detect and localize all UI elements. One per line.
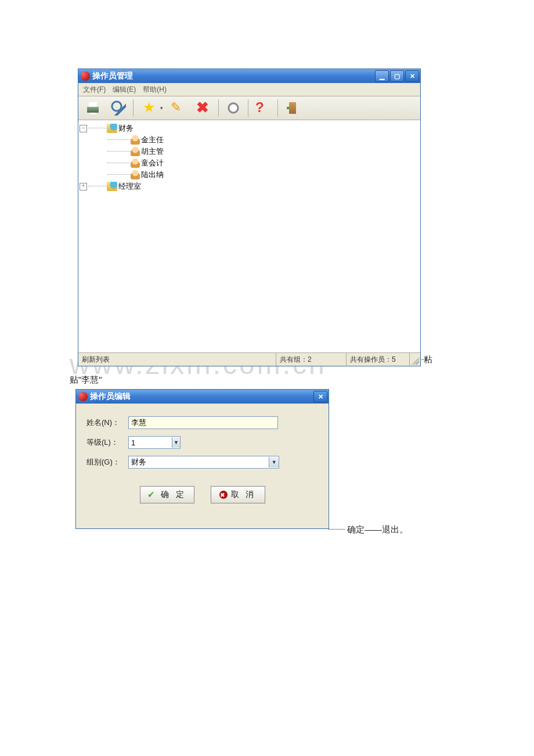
menubar: 文件(F) 编辑(E) 帮助(H): [78, 83, 420, 96]
tree-connector: [107, 151, 131, 152]
group-label: 组别(G)：: [86, 457, 128, 467]
toolbar-view-button[interactable]: [221, 97, 246, 119]
folder-icon: [107, 182, 117, 191]
ok-button[interactable]: ✔ 确 定: [140, 486, 194, 503]
toolbar-delete-button[interactable]: ✖: [192, 97, 216, 119]
annotation-ok-exit: 确定——退出。: [347, 524, 408, 535]
level-combobox[interactable]: ▼: [128, 436, 181, 449]
toolbar-help-button[interactable]: ?: [251, 97, 275, 119]
collapse-icon[interactable]: −: [80, 125, 87, 132]
level-input[interactable]: [129, 437, 172, 448]
toolbar-separator: [248, 99, 248, 117]
form-body: 姓名(N)： 等级(L)： ▼ 组别(G)： ▼ ✔: [76, 404, 329, 528]
toolbar: ★▾ ✎ ✖ ?: [78, 96, 420, 120]
win2-title: 操作员编辑: [90, 391, 313, 402]
toolbar-print-button[interactable]: [81, 97, 105, 119]
tree-label: 金主任: [141, 135, 164, 145]
tree-connector: [107, 139, 131, 141]
maximize-button[interactable]: ▢: [390, 70, 404, 82]
toolbar-separator: [218, 99, 219, 117]
help-icon: ?: [255, 100, 270, 116]
toolbar-exit-button[interactable]: [280, 97, 305, 119]
tree-label: 经理室: [118, 181, 141, 192]
close-button[interactable]: ✕: [313, 391, 327, 402]
chevron-down-icon[interactable]: ▼: [269, 457, 279, 467]
tree-connector: [107, 163, 131, 164]
tree-node-user[interactable]: 胡主管: [80, 146, 419, 157]
print-icon: [85, 100, 100, 116]
tree-node-user[interactable]: 陆出纳: [80, 169, 419, 181]
status-groups: 共有组：2: [276, 353, 347, 366]
close-button[interactable]: ✕: [405, 70, 419, 82]
toolbar-edit-button[interactable]: ✎: [166, 97, 190, 119]
pencil-icon: ✎: [171, 100, 186, 116]
app-icon: [81, 71, 90, 81]
delete-icon: ✖: [196, 100, 211, 116]
menu-help[interactable]: 帮助(H): [139, 84, 170, 96]
dropdown-arrow-icon[interactable]: ▾: [160, 105, 163, 111]
app-icon: [78, 392, 88, 401]
toolbar-separator: [277, 99, 278, 117]
person-icon: [131, 147, 140, 156]
level-label: 等级(L)：: [86, 437, 128, 448]
status-operators: 共有操作员：5: [347, 353, 410, 366]
group-combobox[interactable]: ▼: [128, 456, 279, 469]
tree-label: 陆出纳: [141, 170, 164, 180]
toolbar-new-button[interactable]: ★▾: [136, 97, 165, 119]
watch-icon: [226, 100, 241, 116]
name-input[interactable]: [128, 416, 278, 429]
group-input[interactable]: [129, 457, 269, 467]
minimize-button[interactable]: ▁: [375, 70, 389, 82]
tree-label: 胡主管: [141, 146, 164, 157]
search-icon: [111, 100, 126, 116]
stop-icon: ✖: [219, 491, 228, 499]
cancel-button-label: 取 消: [231, 489, 257, 500]
person-icon: [131, 135, 140, 145]
tree-node-manager-office[interactable]: + 经理室: [80, 181, 419, 192]
annotation-paste-b: 贴"李慧": [70, 375, 102, 386]
operator-edit-dialog: 操作员编辑 ✕ 姓名(N)： 等级(L)： ▼ 组别(G)：: [75, 389, 329, 529]
win1-title: 操作员管理: [92, 71, 375, 81]
tree-connector: [88, 186, 107, 187]
operator-management-window: 操作员管理 ▁ ▢ ✕ 文件(F) 编辑(E) 帮助(H) ★▾ ✎ ✖ ?: [78, 69, 421, 366]
chevron-down-icon[interactable]: ▼: [172, 437, 180, 448]
tree-view[interactable]: − 财务 金主任: [78, 120, 420, 352]
cancel-button[interactable]: ✖ 取 消: [211, 486, 265, 503]
statusbar: 刷新列表 共有组：2 共有操作员：5: [78, 352, 420, 366]
win1-titlebar[interactable]: 操作员管理 ▁ ▢ ✕: [78, 69, 420, 83]
expand-icon[interactable]: +: [80, 183, 87, 190]
tree-label: 财务: [118, 123, 134, 134]
exit-icon: [285, 100, 300, 116]
toolbar-separator: [133, 99, 134, 117]
menu-edit[interactable]: 编辑(E): [109, 84, 139, 96]
check-icon: ✔: [147, 489, 157, 500]
person-icon: [131, 159, 140, 168]
status-refresh[interactable]: 刷新列表: [78, 353, 276, 366]
tree-label: 童会计: [141, 158, 164, 168]
tree-node-user[interactable]: 金主任: [80, 134, 419, 146]
person-icon: [131, 170, 140, 179]
tree-node-finance[interactable]: − 财务: [80, 123, 419, 134]
toolbar-search-button[interactable]: [106, 97, 131, 119]
name-label: 姓名(N)：: [86, 417, 128, 428]
win2-titlebar[interactable]: 操作员编辑 ✕: [76, 390, 329, 404]
annotation-paste-a: 粘: [424, 354, 432, 365]
resize-grip-icon[interactable]: [410, 355, 419, 365]
tree-connector: [88, 128, 107, 129]
menu-file[interactable]: 文件(F): [80, 84, 109, 96]
ok-button-label: 确 定: [161, 489, 186, 500]
folder-icon: [107, 124, 117, 133]
annotation-connector: [328, 529, 345, 530]
star-icon: ★: [143, 100, 158, 116]
tree-connector: [107, 174, 131, 175]
tree-node-user[interactable]: 童会计: [80, 157, 419, 169]
